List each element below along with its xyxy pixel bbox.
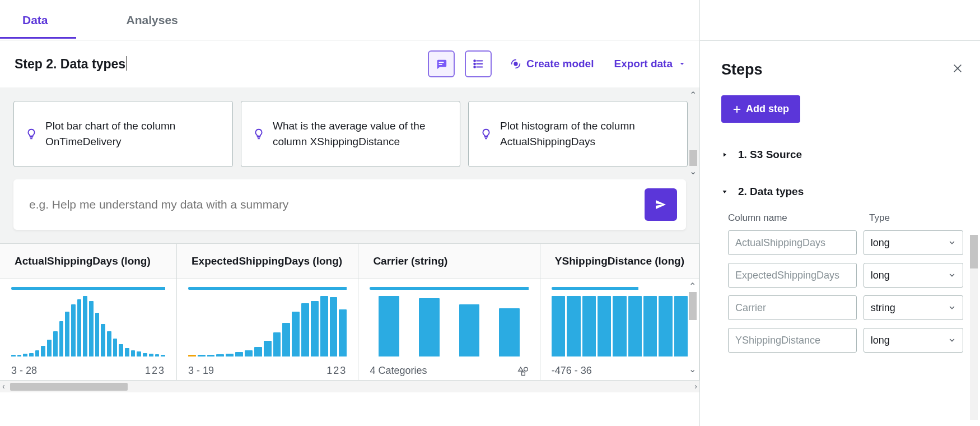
type-select[interactable]: long bbox=[864, 263, 963, 288]
column-footer: -476 - 36 bbox=[552, 365, 688, 377]
scroll-up-icon[interactable]: ⌃ bbox=[689, 90, 696, 100]
types-header-type: Type bbox=[869, 212, 890, 224]
suggestion-text: Plot bar chart of the column OnTimeDeliv… bbox=[45, 118, 220, 149]
send-icon bbox=[654, 198, 668, 211]
column-header[interactable]: ExpectedShippingDays (long) bbox=[177, 244, 358, 279]
horizontal-scrollbar[interactable]: ‹ › bbox=[0, 380, 699, 392]
suggestion-card-1[interactable]: What is the average value of the column … bbox=[241, 101, 460, 167]
column-header[interactable]: YShippingDistance (long) bbox=[540, 244, 699, 279]
scroll-down-icon[interactable]: ⌄ bbox=[689, 166, 696, 177]
send-button[interactable] bbox=[645, 188, 677, 221]
chart-bar bbox=[143, 353, 147, 356]
list-view-button[interactable] bbox=[465, 50, 492, 77]
scroll-right-icon[interactable]: › bbox=[694, 382, 697, 391]
type-select[interactable]: long bbox=[864, 230, 963, 255]
step-row-1[interactable]: 1. S3 Source bbox=[721, 143, 963, 166]
chart-bar bbox=[674, 296, 688, 356]
list-icon bbox=[472, 58, 484, 70]
chart-bar bbox=[207, 355, 215, 356]
model-icon bbox=[510, 58, 522, 70]
chat-input[interactable] bbox=[29, 198, 645, 211]
suggestion-row: Plot bar chart of the column OnTimeDeliv… bbox=[13, 101, 686, 167]
column-header[interactable]: ActualShippingDays (long) bbox=[0, 244, 176, 279]
lightbulb-icon bbox=[25, 128, 38, 140]
tab-analyses[interactable]: Analyses bbox=[127, 2, 178, 38]
svg-point-2 bbox=[474, 60, 475, 62]
column-card-3: YShippingDistance (long) -476 - 36 ⌃ ⌄ bbox=[540, 244, 699, 380]
caret-down-icon bbox=[721, 186, 730, 198]
step-row-2[interactable]: 2. Data types bbox=[721, 180, 963, 203]
range-right: 123 bbox=[145, 365, 165, 377]
column-header[interactable]: Carrier (string) bbox=[358, 244, 539, 279]
chart-bar bbox=[499, 308, 520, 356]
chart-bar bbox=[17, 355, 22, 356]
svg-marker-9 bbox=[518, 367, 522, 371]
export-data-button[interactable]: Export data bbox=[614, 58, 686, 70]
chart-bar bbox=[149, 354, 153, 356]
step-label: 1. S3 Source bbox=[738, 149, 802, 161]
chart-bar bbox=[47, 340, 52, 356]
scrollbar-thumb[interactable] bbox=[10, 383, 128, 391]
chart-bar bbox=[119, 344, 123, 356]
chart-bar bbox=[552, 296, 565, 356]
chart-bar bbox=[245, 350, 253, 356]
scroll-down-icon[interactable]: ⌄ bbox=[689, 364, 696, 374]
histogram-chart bbox=[11, 296, 165, 356]
suggestion-card-2[interactable]: Plot histogram of the column ActualShipp… bbox=[468, 101, 688, 167]
top-nav: Data Analyses bbox=[0, 0, 699, 40]
column-name-input[interactable]: ActualShippingDays bbox=[728, 230, 857, 255]
column-body: 3 - 19 123 bbox=[177, 279, 358, 380]
type-select-value: long bbox=[871, 270, 890, 281]
chart-bar bbox=[83, 296, 87, 356]
chart-bar bbox=[613, 296, 626, 356]
type-select[interactable]: string bbox=[864, 295, 963, 320]
caret-right-icon bbox=[721, 149, 730, 161]
suggestion-card-0[interactable]: Plot bar chart of the column OnTimeDeliv… bbox=[13, 101, 233, 167]
chart-bar bbox=[188, 355, 196, 356]
range-right: 123 bbox=[326, 365, 347, 377]
chat-area: Plot bar chart of the column OnTimeDeliv… bbox=[0, 87, 699, 243]
chart-bar bbox=[161, 355, 165, 356]
chart-bar bbox=[35, 350, 40, 356]
chart-bar bbox=[264, 341, 272, 356]
type-select[interactable]: long bbox=[864, 328, 963, 353]
chart-bar bbox=[301, 303, 309, 356]
scrollbar-thumb[interactable] bbox=[970, 235, 978, 268]
chart-bar bbox=[89, 301, 94, 356]
add-step-button[interactable]: Add step bbox=[721, 95, 800, 123]
chart-bar bbox=[155, 354, 160, 356]
chart-bar bbox=[273, 332, 281, 356]
chevron-down-icon bbox=[948, 336, 956, 344]
column-scrollbar[interactable] bbox=[689, 292, 697, 320]
chat-toggle-button[interactable] bbox=[428, 50, 455, 77]
types-row: ExpectedShippingDayslong bbox=[728, 263, 963, 288]
column-name-input[interactable]: Carrier bbox=[728, 295, 857, 320]
chart-bar bbox=[598, 296, 611, 356]
create-model-button[interactable]: Create model bbox=[510, 58, 594, 70]
chart-bar bbox=[59, 321, 64, 356]
suggestion-text: What is the average value of the column … bbox=[273, 118, 447, 149]
chart-bar bbox=[53, 331, 58, 356]
svg-rect-11 bbox=[521, 372, 525, 376]
chart-bar bbox=[628, 296, 642, 356]
svg-point-6 bbox=[474, 66, 475, 68]
column-name-input[interactable]: ExpectedShippingDays bbox=[728, 263, 857, 288]
panel-scrollbar[interactable] bbox=[970, 235, 978, 420]
column-footer: 3 - 28 123 bbox=[11, 365, 165, 377]
chart-bar bbox=[101, 324, 105, 356]
progress-bar bbox=[11, 287, 165, 290]
svg-rect-1 bbox=[439, 64, 442, 65]
chart-bar bbox=[125, 348, 129, 356]
step-label: 2. Data types bbox=[738, 186, 804, 198]
svg-point-8 bbox=[514, 62, 517, 66]
scroll-left-icon[interactable]: ‹ bbox=[2, 382, 5, 391]
column-name-input[interactable]: YShippingDistance bbox=[728, 328, 857, 353]
caret-down-icon bbox=[678, 60, 686, 68]
suggestion-scrollbar[interactable] bbox=[689, 150, 697, 166]
range-label: 4 Categories bbox=[370, 365, 427, 377]
scroll-up-icon[interactable]: ⌃ bbox=[689, 281, 696, 291]
progress-bar bbox=[552, 287, 639, 290]
close-panel-button[interactable] bbox=[952, 63, 963, 77]
tab-data[interactable]: Data bbox=[22, 2, 48, 38]
chart-bar bbox=[65, 312, 69, 356]
